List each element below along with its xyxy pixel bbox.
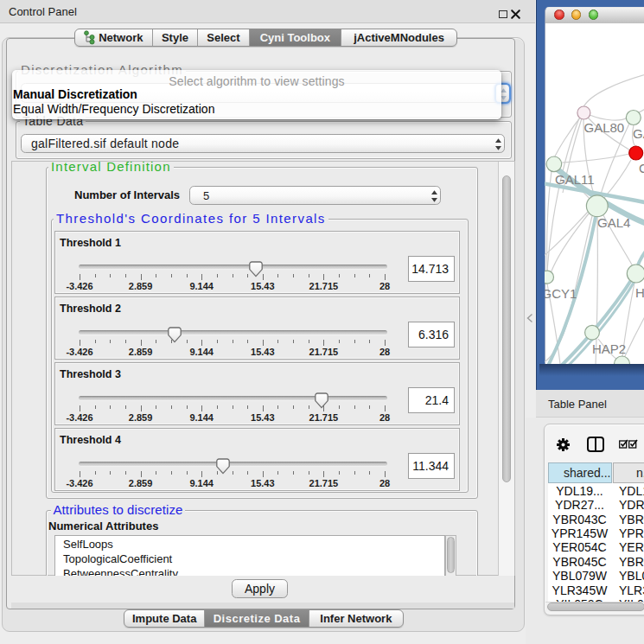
svg-text:GAL11: GAL11 (555, 172, 595, 187)
svg-text:HAP2: HAP2 (592, 341, 626, 356)
svg-text:GCY1: GCY1 (545, 286, 577, 301)
svg-text:C: C (639, 161, 644, 175)
svg-text:H: H (635, 285, 644, 300)
svg-text:GAL4: GAL4 (597, 215, 630, 230)
svg-text:GA: GA (633, 126, 644, 141)
svg-text:GAL80: GAL80 (584, 120, 625, 135)
